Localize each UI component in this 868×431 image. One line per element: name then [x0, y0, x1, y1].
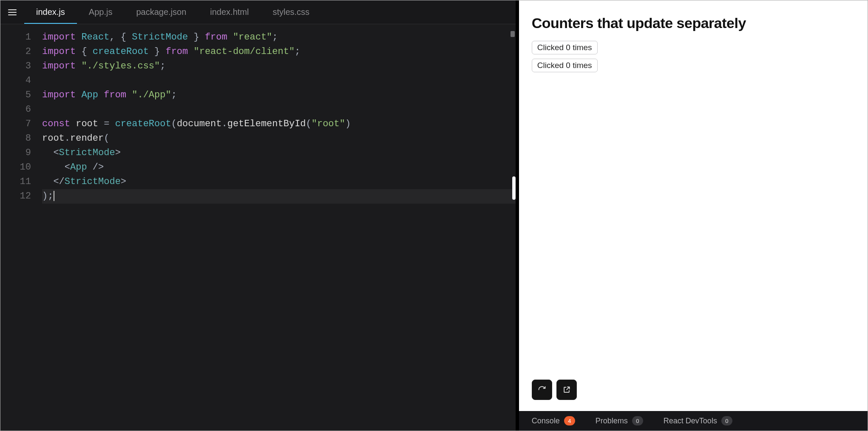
- line-number: 12: [0, 189, 31, 204]
- bottom-tab-badge: 4: [564, 416, 575, 425]
- bottom-panel-tabs: Console4Problems0React DevTools0: [519, 411, 868, 431]
- line-number: 2: [0, 45, 31, 59]
- line-number: 8: [0, 131, 31, 146]
- code-line[interactable]: </StrictMode>: [42, 175, 516, 189]
- code-line[interactable]: import { createRoot } from "react-dom/cl…: [42, 45, 516, 59]
- bottom-tab-problems[interactable]: Problems0: [596, 416, 643, 425]
- code-line[interactable]: <App />: [42, 160, 516, 175]
- preview-pane: Counters that update separately Clicked …: [519, 0, 868, 431]
- bottom-tab-badge: 0: [632, 416, 643, 425]
- bottom-tab-console[interactable]: Console4: [532, 416, 575, 425]
- bottom-tab-label: Problems: [596, 417, 628, 425]
- bottom-tab-badge: 0: [721, 416, 732, 425]
- bottom-tab-react-devtools[interactable]: React DevTools0: [664, 416, 732, 425]
- line-number: 1: [0, 30, 31, 45]
- code-body[interactable]: import React, { StrictMode } from "react…: [39, 24, 516, 431]
- line-number: 11: [0, 175, 31, 189]
- tab-App-js[interactable]: App.js: [77, 0, 125, 24]
- code-area[interactable]: 123456789101112 import React, { StrictMo…: [0, 24, 516, 431]
- code-line[interactable]: root.render(: [42, 131, 516, 146]
- line-number: 4: [0, 74, 31, 88]
- open-external-button[interactable]: [556, 380, 577, 400]
- line-number: 3: [0, 59, 31, 74]
- editor-scrollbar-thumb[interactable]: [512, 176, 516, 200]
- counter-buttons: Clicked 0 timesClicked 0 times: [532, 41, 855, 72]
- line-number: 5: [0, 88, 31, 102]
- minimap-scroll-indicator[interactable]: [511, 31, 515, 37]
- code-line[interactable]: [42, 74, 516, 88]
- tab-index-html[interactable]: index.html: [198, 0, 261, 24]
- code-line[interactable]: <StrictMode>: [42, 146, 516, 160]
- hamburger-icon: [7, 7, 17, 17]
- bottom-tab-label: React DevTools: [664, 417, 717, 425]
- pane-divider[interactable]: [516, 0, 519, 431]
- line-number: 6: [0, 102, 31, 117]
- code-line[interactable]: const root = createRoot(document.getElem…: [42, 117, 516, 131]
- code-line[interactable]: import React, { StrictMode } from "react…: [42, 30, 516, 45]
- code-line[interactable]: import App from "./App";: [42, 88, 516, 102]
- file-tabs: index.jsApp.jspackage.jsonindex.htmlstyl…: [24, 0, 321, 24]
- tab-package-json[interactable]: package.json: [124, 0, 198, 24]
- editor-pane: index.jsApp.jspackage.jsonindex.htmlstyl…: [0, 0, 516, 431]
- code-line[interactable]: import "./styles.css";: [42, 59, 516, 74]
- refresh-button[interactable]: [532, 380, 552, 400]
- open-external-icon: [562, 386, 571, 394]
- preview-body: Counters that update separately Clicked …: [519, 0, 868, 411]
- line-number: 9: [0, 146, 31, 160]
- editor-topbar: index.jsApp.jspackage.jsonindex.htmlstyl…: [0, 0, 516, 24]
- counter-button-2[interactable]: Clicked 0 times: [532, 59, 598, 72]
- preview-actions: [532, 380, 577, 400]
- code-line[interactable]: [42, 102, 516, 117]
- menu-button[interactable]: [0, 7, 24, 17]
- code-line[interactable]: );: [42, 189, 516, 204]
- line-gutter: 123456789101112: [0, 24, 39, 431]
- line-number: 10: [0, 160, 31, 175]
- tab-index-js[interactable]: index.js: [24, 0, 77, 24]
- line-number: 7: [0, 117, 31, 131]
- text-cursor: [54, 191, 54, 201]
- counter-button-1[interactable]: Clicked 0 times: [532, 41, 598, 54]
- refresh-icon: [538, 386, 546, 394]
- tab-styles-css[interactable]: styles.css: [261, 0, 321, 24]
- bottom-tab-label: Console: [532, 417, 560, 425]
- preview-heading: Counters that update separately: [532, 15, 855, 31]
